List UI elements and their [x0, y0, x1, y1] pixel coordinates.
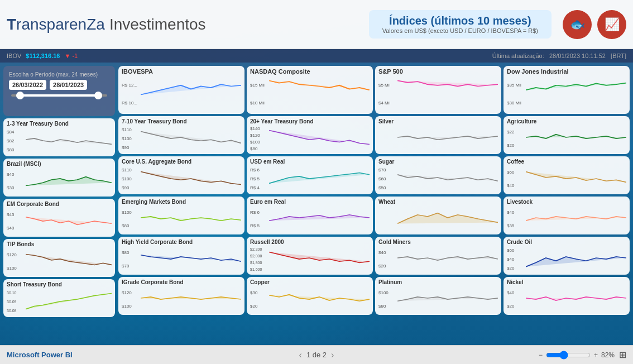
slider-thumb-left[interactable]	[16, 92, 24, 99]
card-coffee: Coffee $60 $40	[503, 156, 630, 194]
card-values: $35 Mil $30 Mil	[507, 76, 524, 112]
card-tip: TIP Bonds $120 $100	[3, 239, 115, 277]
zoom-plus[interactable]: +	[594, 351, 598, 359]
card-body: $100 $80	[122, 206, 241, 232]
card-body: $22 $20	[507, 126, 626, 152]
prev-page-button[interactable]: ‹	[299, 350, 302, 360]
card-body	[378, 126, 498, 152]
card-title: Russell 2000	[250, 239, 370, 245]
card-body: $35 Mil $30 Mil	[507, 76, 626, 112]
card-platinum: Platinum $100 $80	[375, 277, 501, 315]
card-body: $60 $40	[507, 166, 626, 192]
status-bar: IBOV $112,316.16 ▼ -1 Última atualização…	[0, 49, 633, 63]
end-date[interactable]: 28/01/2023	[50, 80, 87, 90]
card-title: 20+ Year Treasury Bond	[250, 118, 370, 124]
start-date[interactable]: 26/03/2022	[9, 80, 46, 90]
update-label: Última atualização: 28/01/2023 10:11:52 …	[492, 52, 626, 59]
ibov-label: IBOV	[7, 52, 21, 59]
card-values: $60 $40 $20	[507, 246, 524, 272]
card-corebond: Core U.S. Aggregate Bond $110 $100 $90	[118, 156, 244, 194]
mini-chart	[269, 126, 370, 149]
zoom-slider[interactable]	[546, 351, 591, 360]
card-values: $110 $100 $90	[122, 126, 138, 152]
expand-icon[interactable]: ⊞	[619, 349, 626, 360]
card-values: $5 Mil $4 Mil	[378, 76, 395, 112]
card-body: 30.10 30.09 30.08	[7, 289, 112, 315]
card-values: R$ 6 R$ 5	[250, 206, 267, 232]
card-body: $45 $40	[7, 208, 112, 234]
period-panel: Escolha o Período (max. 24 meses) 26/03/…	[3, 66, 115, 342]
content-layer: TransparenZa Investimentos Índices (últi…	[0, 0, 633, 364]
card-euro: Euro em Real R$ 6 R$ 5	[247, 197, 373, 234]
card-sp500: S&P 500 $5 Mil $4 Mil	[375, 66, 501, 114]
card-emcorp: EM Corporate Bond $45 $40	[3, 199, 115, 237]
footer-right: − + 82% ⊞	[539, 349, 626, 360]
mini-chart	[26, 128, 112, 151]
card-values: $2,200 $2,000 $1,800 $1,600	[250, 246, 267, 272]
card-russell: Russell 2000 $2,200 $2,000 $1,800 $1,600	[247, 237, 373, 275]
card-brazil: Brazil (MSCI) $40 $30	[3, 159, 115, 197]
card-title: Sugar	[378, 159, 498, 165]
mini-chart	[526, 126, 626, 149]
mini-chart	[141, 76, 241, 99]
card-emerging: Emerging Markets Bond $100 $80	[118, 197, 244, 234]
logo-subtitle: Investimentos	[109, 16, 206, 33]
card-title: 7-10 Year Treasury Bond	[122, 118, 241, 124]
card-treasury13: 1-3 Year Treasury Bond $84 $82 $80	[3, 118, 115, 156]
mini-chart	[397, 246, 498, 270]
card-title: S&P 500	[378, 68, 498, 75]
ibov-change: ▼ -1	[64, 52, 78, 59]
card-values: $120 $100	[122, 286, 138, 313]
card-body: $40 $35	[507, 206, 626, 232]
card-body: $30 $20	[250, 286, 370, 313]
card-body: $15 Mil $10 Mil	[250, 76, 370, 112]
card-livestock: Livestock $40 $35	[503, 197, 630, 234]
card-values: $140 $120 $100 $80	[250, 126, 267, 152]
card-values: $110 $100 $90	[122, 166, 138, 192]
card-dow: Dow Jones Industrial $35 Mil $30 Mil	[503, 66, 630, 114]
card-values: $30 $20	[250, 286, 267, 313]
zoom-minus[interactable]: −	[539, 351, 543, 359]
slider-thumb-right[interactable]	[94, 92, 102, 99]
card-body: R$ 6 R$ 5 R$ 4	[250, 166, 370, 192]
mini-chart	[141, 166, 241, 189]
charts-area: IBOVESPA R$ 12... R$ 10...	[118, 66, 630, 342]
next-page-button[interactable]: ›	[331, 350, 334, 360]
mini-chart	[269, 76, 370, 99]
main-title: Índices (últimos 10 meses)	[389, 15, 531, 27]
card-body: $120 $100	[122, 286, 241, 313]
mini-chart	[526, 166, 626, 189]
card-title: Wheat	[378, 199, 498, 205]
card-crudeoil: Crude Oil $60 $40 $20	[503, 237, 630, 275]
card-values	[378, 206, 395, 232]
subtitle: Valores em US$ (exceto USD / EURO / IBOV…	[382, 27, 538, 34]
page-indicator: 1 de 2	[306, 351, 327, 359]
card-title: Short Treasury Bond	[7, 281, 112, 288]
card-body: $40 $30	[7, 168, 112, 194]
mini-chart	[397, 206, 498, 229]
chart-icon[interactable]: 📈	[597, 10, 626, 39]
mini-chart	[26, 289, 112, 312]
card-title: Coffee	[507, 159, 626, 165]
card-title: Livestock	[507, 199, 626, 205]
card-ibovespa: IBOVESPA R$ 12... R$ 10...	[118, 66, 244, 114]
card-values: $100 $80	[122, 206, 138, 232]
card-title: TIP Bonds	[7, 241, 112, 247]
card-usd: USD em Real R$ 6 R$ 5 R$ 4	[247, 156, 373, 194]
card-values: $45 $40	[7, 208, 23, 234]
card-values	[378, 126, 395, 152]
card-values: $40 $20	[378, 246, 395, 272]
card-body: R$ 6 R$ 5	[250, 206, 370, 232]
period-slider[interactable]	[11, 94, 107, 97]
col-3: S&P 500 $5 Mil $4 Mil	[375, 66, 501, 342]
card-body	[378, 206, 498, 232]
mini-chart	[526, 246, 626, 270]
logo-section: TransparenZa Investimentos	[7, 16, 358, 33]
fish-icon[interactable]: 🐟	[563, 10, 592, 39]
main-content: Escolha o Período (max. 24 meses) 26/03/…	[0, 63, 633, 345]
card-shorttreasury: Short Treasury Bond 30.10 30.09 30.08	[3, 279, 115, 317]
card-values: $120 $100	[7, 248, 23, 275]
card-values: $84 $82 $80	[7, 128, 23, 154]
powerbi-link[interactable]: Microsoft Power BI	[7, 351, 73, 359]
card-values: $40 $20	[507, 286, 524, 313]
